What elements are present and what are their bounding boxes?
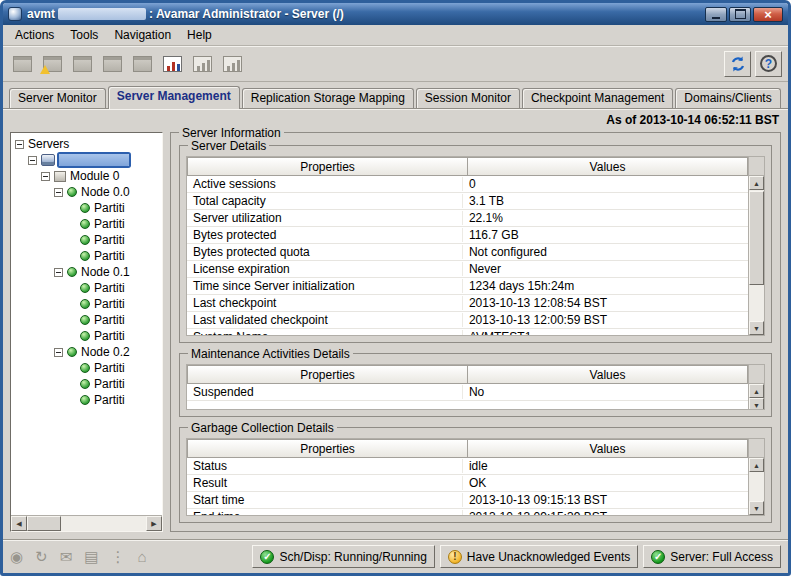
scroll-down-button[interactable] <box>749 501 764 515</box>
tree-expander-icon[interactable] <box>54 188 63 197</box>
table-row[interactable]: Suspended No <box>187 384 748 401</box>
vscrollbar-track[interactable] <box>749 190 764 321</box>
vertical-scrollbar[interactable] <box>748 365 764 409</box>
tree-node-partition[interactable]: Partiti <box>11 248 162 264</box>
table-row[interactable]: Last validated checkpoint 2013-10-13 12:… <box>187 312 748 329</box>
column-header-values[interactable]: Values <box>468 439 748 458</box>
message-icon[interactable]: ✉ <box>60 548 73 566</box>
hscrollbar-track[interactable] <box>61 516 146 531</box>
tab-label: Checkpoint Management <box>531 91 664 105</box>
table-row[interactable]: Last checkpoint 2013-10-13 12:08:54 BST <box>187 295 748 312</box>
tree-node-node-0-1[interactable]: Node 0.1 <box>11 264 162 280</box>
home-icon[interactable]: ⌂ <box>137 548 146 565</box>
menu-navigation[interactable]: Navigation <box>106 26 179 44</box>
vertical-scrollbar[interactable] <box>748 157 764 335</box>
scroll-down-button[interactable] <box>749 398 764 410</box>
toolbar-window-button-4[interactable] <box>129 51 156 77</box>
property-name: License expiration <box>187 262 462 276</box>
toolbar-chart-button-2[interactable] <box>219 51 246 77</box>
tab-checkpoint-management[interactable]: Checkpoint Management <box>522 88 673 108</box>
table-row[interactable]: Bytes protected quota Not configured <box>187 244 748 261</box>
tree-expander-icon[interactable] <box>54 348 63 357</box>
table-row[interactable]: System Name AVMTEST1 <box>187 329 748 335</box>
tree-expander-icon[interactable] <box>15 140 24 149</box>
column-header-values[interactable]: Values <box>468 365 748 384</box>
tab-server-management[interactable]: Server Management <box>108 86 240 109</box>
toolbar-window-button-2[interactable] <box>69 51 96 77</box>
tree-expander-icon[interactable] <box>41 172 50 181</box>
toolbar-window-button-1[interactable] <box>9 51 36 77</box>
toolbar-window-button-3[interactable] <box>99 51 126 77</box>
menu-item-label: Actions <box>15 28 54 42</box>
sync-icon[interactable]: ↻ <box>35 548 48 566</box>
tab-session-monitor[interactable]: Session Monitor <box>416 88 520 108</box>
tree-node-partition[interactable]: Partiti <box>11 328 162 344</box>
close-icon[interactable] <box>753 7 783 22</box>
toolbar-chart-button-1[interactable] <box>189 51 216 77</box>
table-row[interactable]: Total capacity 3.1 TB <box>187 193 748 210</box>
vscrollbar-track[interactable] <box>749 472 764 501</box>
tree-node-partition[interactable]: Partiti <box>11 392 162 408</box>
clock-icon[interactable]: ◉ <box>10 548 23 566</box>
tab-domains-clients[interactable]: Domains/Clients <box>675 88 780 108</box>
tree-node-partition[interactable]: Partiti <box>11 312 162 328</box>
table-row[interactable]: End time 2013-10-13 09:15:39 BST <box>187 509 748 515</box>
tree-node-node-0-2[interactable]: Node 0.2 <box>11 344 162 360</box>
tree-expander-icon[interactable] <box>54 268 63 277</box>
note-icon[interactable]: ▤ <box>84 548 98 566</box>
status-bar-icons: ◉ ↻ ✉ ▤ ⋮ ⌂ <box>10 548 147 566</box>
tree-horizontal-scrollbar[interactable] <box>11 515 162 531</box>
scroll-down-button[interactable] <box>749 321 764 335</box>
status-sch-disp-button[interactable]: Sch/Disp: Running/Running <box>252 545 434 568</box>
overflow-icon[interactable]: ⋮ <box>110 548 125 566</box>
table-header: Properties Values <box>187 157 748 176</box>
tree-node-node-0-0[interactable]: Node 0.0 <box>11 184 162 200</box>
scroll-up-button[interactable] <box>749 458 764 472</box>
table-row[interactable]: License expiration Never <box>187 261 748 278</box>
tree-node-partition[interactable]: Partiti <box>11 280 162 296</box>
table-row[interactable]: Active sessions 0 <box>187 176 748 193</box>
vscrollbar-thumb[interactable] <box>749 191 764 285</box>
table-row[interactable]: Server utilization 22.1% <box>187 210 748 227</box>
tab-replication-storage-mapping[interactable]: Replication Storage Mapping <box>242 88 414 108</box>
hscrollbar-thumb[interactable] <box>27 516 61 531</box>
toolbar-chart-alert-button[interactable] <box>159 51 186 77</box>
column-header-properties[interactable]: Properties <box>187 365 468 384</box>
menu-tools[interactable]: Tools <box>62 26 106 44</box>
status-unacknowledged-events-button[interactable]: Have Unacknowledged Events <box>440 545 638 568</box>
column-header-values[interactable]: Values <box>468 157 748 176</box>
scroll-left-button[interactable] <box>11 516 27 531</box>
status-server-access-button[interactable]: Server: Full Access <box>643 545 781 568</box>
column-header-properties[interactable]: Properties <box>187 439 468 458</box>
column-header-properties[interactable]: Properties <box>187 157 468 176</box>
tree-node-label <box>59 154 129 166</box>
minimize-icon[interactable] <box>705 7 727 22</box>
tree-node-partition[interactable]: Partiti <box>11 216 162 232</box>
tree-node-partition[interactable]: Partiti <box>11 376 162 392</box>
tab-server-monitor[interactable]: Server Monitor <box>9 88 106 108</box>
tree-node-partition[interactable]: Partiti <box>11 200 162 216</box>
vertical-scrollbar[interactable] <box>748 439 764 515</box>
menu-actions[interactable]: Actions <box>7 26 62 44</box>
tree-node-module-0[interactable]: Module 0 <box>11 168 162 184</box>
toolbar-window-alert-button[interactable] <box>39 51 66 77</box>
table-row[interactable]: Time since Server initialization 1234 da… <box>187 278 748 295</box>
tree-node-partition[interactable]: Partiti <box>11 232 162 248</box>
tree-node-partition[interactable]: Partiti <box>11 296 162 312</box>
tree-node-server-redacted[interactable] <box>11 152 162 168</box>
tree-expander-icon[interactable] <box>28 156 37 165</box>
tree-node-servers[interactable]: Servers <box>11 136 162 152</box>
help-button[interactable]: ? <box>755 51 782 77</box>
scroll-up-button[interactable] <box>749 384 764 398</box>
scroll-right-button[interactable] <box>146 516 162 531</box>
maximize-icon[interactable] <box>729 7 751 22</box>
table-row[interactable]: Result OK <box>187 475 748 492</box>
scroll-up-button[interactable] <box>749 176 764 190</box>
refresh-button[interactable] <box>724 51 751 77</box>
tree-node-partition[interactable]: Partiti <box>11 360 162 376</box>
table-row[interactable]: Status idle <box>187 458 748 475</box>
title-bar[interactable]: avmt : Avamar Administrator - Server (/) <box>3 3 788 25</box>
menu-help[interactable]: Help <box>179 26 220 44</box>
table-row[interactable]: Bytes protected 116.7 GB <box>187 227 748 244</box>
table-row[interactable]: Start time 2013-10-13 09:15:13 BST <box>187 492 748 509</box>
